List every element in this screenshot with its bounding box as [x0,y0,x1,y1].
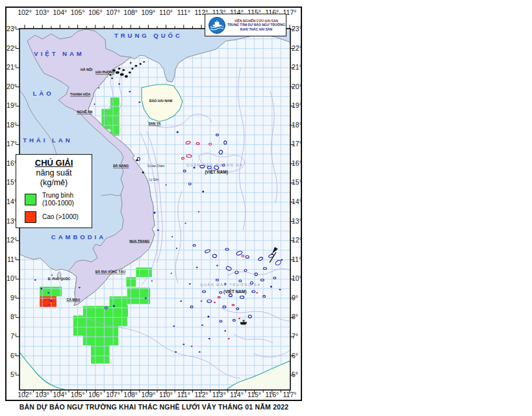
island-speck-blue [173,326,175,327]
green-cell [73,315,127,326]
page: 102°103°104°105°106°107°108°109°110°111°… [0,0,532,416]
island-speck-blue [113,305,115,307]
island-speck-blue [240,296,244,299]
green-cell [73,325,118,335]
island-speck-blue [151,280,153,281]
island-speck-blue [273,277,276,279]
city-label: BÀ RỊA VŨNG TÀU [95,270,125,274]
island-speck-blue [255,273,257,276]
island-speck-blue [216,134,218,136]
city-label: ĐÀ NẴNG [113,164,129,168]
sea-label: (VIỆT NAM) [223,289,246,294]
island-speck-black [118,68,121,70]
island-speck-blue [246,255,249,258]
island-speck-blue [201,324,203,326]
legend-item-high: Cao (>1000) [25,211,92,223]
island-speck-blue [244,269,247,271]
map-title: BẢN DỰ BÁO NGƯ TRƯỜNG KHAI THÁC NGHỀ LƯỚ… [5,403,303,411]
island-speck-blue [229,294,232,296]
island-speck-blue [94,103,95,105]
island-speck-blue [216,265,218,266]
tiny-place-label: Lý Sơn [149,178,159,181]
island-speck-red [191,346,193,347]
island-speck-blue [224,330,226,332]
island-speck-black [109,74,111,76]
island-speck-blue [252,291,255,292]
island-speck-blue [248,315,251,318]
island-speck-blue [196,267,198,268]
sea-label: QUẦN ĐẢO TRƯỜNG SA [200,283,260,287]
island-speck-blue [188,183,191,185]
island-speck-blue [153,212,155,214]
green-cell [110,296,127,307]
island-speck-blue [260,279,264,281]
island-speck-red [201,300,203,302]
island-speck-blue [198,211,199,213]
city-label: HÀ NỘI [81,67,93,72]
legend-swatch-red [25,211,36,223]
island-speck-blue [34,280,36,281]
island-speck-blue [220,291,222,293]
island-speck-blue [193,244,196,246]
island-speck-blue [209,338,210,339]
island-speck-blue [207,300,212,302]
island-speck-blue [180,300,182,302]
sea-label: LÀO [33,90,54,97]
legend-sub2: (kg/mẻ) [16,178,92,187]
island-speck-blue [47,292,49,294]
island-speck-black [136,159,138,161]
island-speck-black [130,62,132,64]
island-speck-red [196,142,199,145]
island-speck-blue [157,229,159,231]
island-speck-blue [98,87,99,88]
island-speck-blue [166,184,167,185]
island-speck-blue [279,289,281,291]
island-speck-black [122,69,125,71]
sea-label: QUẦN ĐẢO HOÀNG SA [186,163,243,167]
org-line3: KHAI THÁC HẢI SẢN [227,27,286,32]
island-speck-blue [223,306,226,308]
island-speck-blue [233,319,235,321]
island-speck-red [242,255,244,257]
island-speck-red [209,143,212,145]
island-speck-blue [199,352,201,353]
city-label: Đ. PHÚ QUỐC [48,277,71,281]
city-label: SAN YA [148,122,160,125]
city-label: ĐẢO HẢI NAM [149,99,172,103]
city-label: THANH HÓA [70,92,90,96]
legend-medium-range: (100-1000) [42,200,74,207]
legend-item-medium: Trung bình (100-1000) [25,192,92,207]
legend-sub1: năng suất [16,168,92,177]
island-speck-blue [190,306,193,308]
sea-label: TRUNG QUỐC [114,32,183,39]
green-cell [91,354,110,364]
island-speck-blue [203,291,206,292]
institute-logo-icon [207,16,227,35]
island-speck-black [125,75,128,77]
green-cell [91,344,110,355]
island-speck-blue [129,91,131,92]
island-speck-blue [138,101,140,103]
island-speck-blue [216,279,218,281]
island-speck-blue [118,83,120,84]
legend-medium-label: Trung bình [42,192,74,200]
island-speck-blue [236,308,239,310]
city-label: HẢI PHÒNG [95,70,114,74]
island-speck-red [232,304,234,306]
island-speck-blue [175,352,177,353]
legend-high-label: Cao (>1000) [42,213,79,221]
island-speck-blue [40,288,42,290]
island-speck-blue [105,307,107,309]
island-speck-blue [220,320,222,322]
island-speck-red [214,302,216,303]
island-speck-blue [263,295,266,297]
city-label: NHA TRANG [129,239,149,243]
legend: CHÚ GIẢI năng suất (kg/mẻ) Trung bình (1… [16,154,92,228]
sea-label: VIỆT NAM [34,50,84,57]
island-speck-blue [183,170,186,172]
tiny-place-label: Cù lao Chàm [147,164,165,168]
legend-heading: CHÚ GIẢI [16,158,92,168]
island-speck-black [134,65,137,67]
island-speck-red [256,292,258,294]
island-speck-blue [202,190,204,192]
